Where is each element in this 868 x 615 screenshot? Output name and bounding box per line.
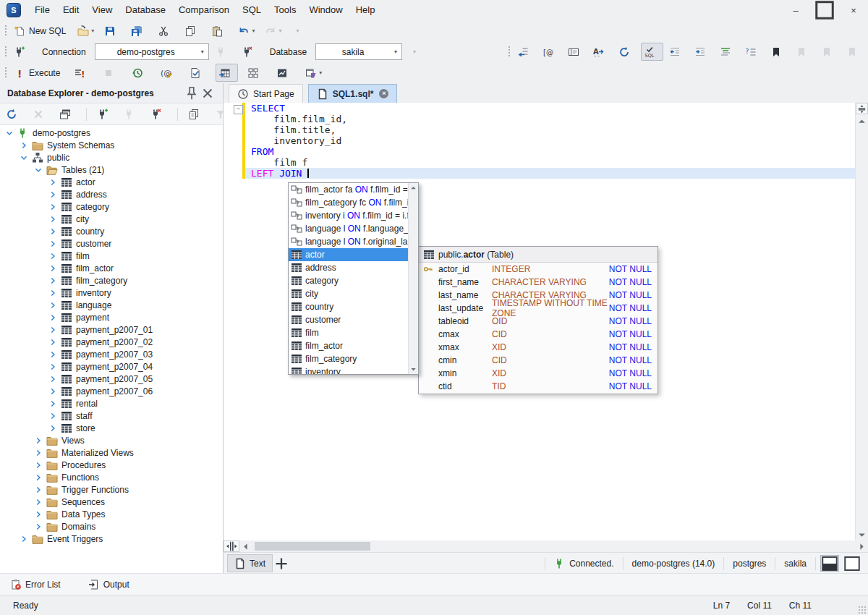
chevron-right-icon[interactable] [19,533,32,545]
tree-item-system-schemas[interactable]: System Schemas [0,139,223,151]
chevron-right-icon[interactable] [48,201,61,213]
query-plan-button[interactable] [187,64,209,82]
chevron-right-icon[interactable] [33,484,46,496]
menu-tools[interactable]: Tools [268,0,302,20]
duplicate-button[interactable] [185,105,208,123]
code-line-6[interactable]: film f [245,157,856,168]
execute-script-button[interactable]: ! [71,64,93,82]
tree-item-language[interactable]: language [0,299,223,311]
chevron-right-icon[interactable] [33,447,46,459]
tree-item-materialized-views[interactable]: Materialized Views [0,446,223,459]
chevron-right-icon[interactable] [48,336,61,348]
chevron-right-icon[interactable] [48,386,61,397]
chevron-right-icon[interactable] [48,263,61,274]
popup-scrollbar[interactable] [408,183,418,374]
tab-start-page[interactable]: Start Page [229,84,303,103]
tree-item-event-triggers[interactable]: Event Triggers [0,533,223,545]
check-syntax-button[interactable]: SQL [641,43,663,61]
chevron-right-icon[interactable] [48,312,61,323]
chevron-right-icon[interactable] [33,509,46,520]
scroll-right-icon[interactable] [856,540,868,552]
tree-item-rental[interactable]: rental [0,397,223,410]
split-editor-handle[interactable] [224,540,239,552]
chevron-right-icon[interactable] [48,275,61,287]
menu-edit[interactable]: Edit [56,0,85,20]
connection-combo[interactable]: demo-postgres▾ [95,43,209,60]
tree-item-payment-p2007-02[interactable]: payment_p2007_02 [0,336,223,348]
code-line-1[interactable]: SELECT [245,103,856,114]
maximize-button[interactable] [810,0,839,20]
chevron-right-icon[interactable] [33,521,46,533]
caret-down-icon[interactable]: ▾ [197,48,208,55]
toolbar-grip[interactable] [4,67,7,79]
tree-item-public[interactable]: public [0,151,223,164]
tree-item-data-types[interactable]: Data Types [0,508,223,520]
cut-button[interactable] [155,22,177,40]
new-connection-button[interactable] [11,43,33,61]
chevron-right-icon[interactable] [48,349,61,360]
chevron-right-icon[interactable] [33,472,46,483]
toggle-bookmark-button[interactable] [767,43,790,61]
parameter-info-button[interactable]: [@] [540,43,562,61]
completion-item-city[interactable]: city [289,287,409,300]
tree-item-category[interactable]: category [0,200,223,213]
menu-window[interactable]: Window [302,0,349,20]
tree-item-functions[interactable]: Functions [0,471,223,483]
comment-code-button[interactable]: ? [742,43,765,61]
list-members-button[interactable] [514,43,537,61]
fold-marker[interactable]: − [234,105,243,114]
windows-button[interactable] [56,105,79,123]
increase-indent-button[interactable] [692,43,714,61]
quick-info-button[interactable] [565,43,587,61]
close-panel-button[interactable] [200,85,216,101]
scroll-track[interactable] [252,540,856,552]
split-editor-handle[interactable] [856,103,868,114]
completion-item-customer[interactable]: customer [289,313,409,326]
tree-item-payment-p2007-03[interactable]: payment_p2007_03 [0,348,223,360]
pin-button[interactable] [184,85,200,101]
menu-view[interactable]: View [85,0,119,20]
close-button[interactable]: × [839,0,868,20]
tree-item-address[interactable]: address [0,188,223,200]
tree-item-customer[interactable]: customer [0,237,223,250]
chevron-right-icon[interactable] [33,496,46,508]
tab-text-view[interactable]: Text [227,554,273,572]
tree-item-inventory[interactable]: inventory [0,287,223,299]
layout-full-toggle[interactable] [843,555,861,572]
add-view-button[interactable] [273,555,290,572]
editor-horizontal-scrollbar[interactable] [224,540,868,552]
completion-item-film_category[interactable]: film_category [289,352,409,365]
completion-item-film_actor[interactable]: film_actor fa ON f.film_id = fa [289,183,409,196]
tree-item-payment-p2007-01[interactable]: payment_p2007_01 [0,323,223,336]
minimize-button[interactable]: – [781,0,810,20]
tree-item-payment-p2007-04[interactable]: payment_p2007_04 [0,360,223,373]
tree-item-film-actor[interactable]: film_actor [0,262,223,274]
caret-down-icon[interactable]: ▾ [319,70,322,76]
scroll-thumb[interactable] [255,542,370,551]
chevron-right-icon[interactable] [48,300,61,311]
execute-button[interactable]: !Execute [11,64,64,82]
chevron-down-icon[interactable] [4,127,17,139]
layout-bottom-toggle[interactable] [820,555,839,572]
completion-item-actor[interactable]: actor [289,248,409,261]
caret-down-icon[interactable]: ▾ [252,28,255,34]
chevron-right-icon[interactable] [48,398,61,410]
database-combo[interactable]: sakila▾ [315,43,402,60]
code-line-2[interactable]: film.film_id, [245,114,856,124]
scroll-down-icon[interactable] [409,365,418,374]
chevron-right-icon[interactable] [48,250,61,262]
caret-down-icon[interactable]: ▾ [390,48,401,55]
toolbar-grip[interactable] [4,25,7,37]
caret-down-icon[interactable]: ▾ [278,28,281,34]
refresh-button[interactable] [3,105,25,123]
disconnect-button[interactable] [148,105,170,123]
resize-grip[interactable] [858,606,867,614]
chevron-right-icon[interactable] [48,226,61,237]
tree-item-store[interactable]: store [0,422,223,434]
tree-item-sequences[interactable]: Sequences [0,496,223,508]
tree-item-tables-21[interactable]: Tables (21) [0,164,223,176]
paste-button[interactable] [208,22,231,40]
chevron-right-icon[interactable] [48,189,61,200]
disconnect-button[interactable] [239,43,261,61]
open-file-button[interactable]: ▾ [75,22,97,40]
